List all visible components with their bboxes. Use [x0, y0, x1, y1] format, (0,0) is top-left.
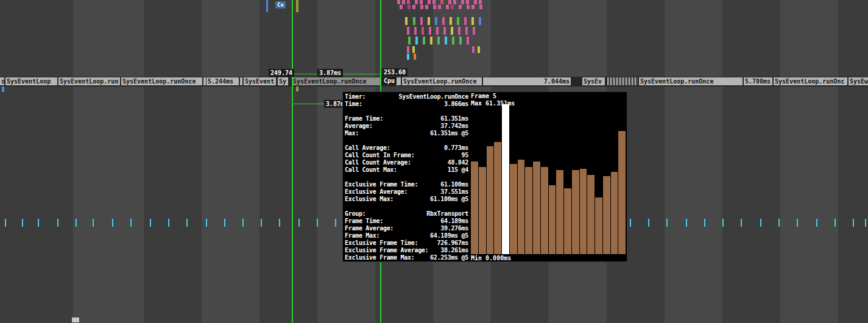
timeline-segment[interactable]: SysEventLoop.run — [58, 77, 120, 85]
timeline-segment[interactable]: SysEventLoop.runOnce — [402, 77, 482, 85]
event-tick[interactable] — [317, 219, 318, 227]
timeline-segment[interactable]: Sy — [278, 77, 288, 85]
event-tick[interactable] — [224, 219, 225, 227]
timeline-segment[interactable]: SysEw — [849, 77, 868, 85]
event-tick[interactable] — [76, 219, 77, 227]
panel-row-label: Call Average: — [345, 144, 390, 152]
event-tick[interactable] — [206, 219, 207, 227]
timeline-segment[interactable]: s — [0, 77, 4, 85]
histogram-bar[interactable] — [618, 131, 626, 254]
timeline-segment[interactable]: 7.044ms — [483, 77, 571, 85]
event-tick[interactable] — [22, 219, 23, 227]
event-label-badge[interactable]: Co — [275, 1, 286, 9]
event-tick[interactable] — [722, 219, 724, 227]
histogram-bar-selected[interactable] — [502, 104, 509, 254]
event-tick[interactable] — [261, 219, 262, 227]
frame-histogram-graph: Frame 5 Max 61.351ms Min 0.000ms — [470, 92, 627, 261]
histogram-bar[interactable] — [510, 164, 517, 254]
panel-row-label: Frame Max: — [345, 232, 379, 240]
histogram-bar[interactable] — [479, 167, 486, 254]
marker-left-time-label: 249.74 — [269, 69, 294, 77]
histogram-bar[interactable] — [580, 169, 587, 254]
histogram-bar[interactable] — [549, 185, 556, 254]
timeline-segment[interactable] — [240, 77, 242, 85]
event-tick[interactable] — [93, 219, 94, 227]
histogram-bar[interactable] — [572, 170, 579, 254]
timeline-segment[interactable] — [396, 77, 401, 85]
event-tick[interactable] — [704, 219, 705, 227]
event-tick[interactable] — [797, 219, 798, 227]
event-tick[interactable] — [853, 219, 854, 227]
event-tick[interactable] — [335, 219, 336, 227]
timeline-segment[interactable]: SysEvent — [244, 77, 276, 85]
timeline-segment[interactable] — [607, 77, 638, 85]
panel-row: Max:61.351ms @5 — [345, 130, 468, 137]
timeline-segment[interactable]: SysEventLoop.runOnce — [639, 77, 743, 85]
panel-row-value: 61.351ms @5 — [430, 130, 468, 137]
panel-row-label: Call Count Average: — [345, 159, 411, 166]
measure-line-secondary — [294, 104, 324, 104]
measure-span-label: 3.87ms — [317, 69, 343, 77]
histogram-bar[interactable] — [587, 175, 595, 254]
panel-row: Average:37.742ms — [345, 122, 468, 130]
histogram-bar[interactable] — [533, 162, 540, 254]
panel-row: Group:RbxTransport — [345, 210, 468, 218]
histogram-bar[interactable] — [611, 172, 618, 254]
timeline-segment[interactable]: SysEventLoop.runOnce — [292, 77, 380, 85]
panel-row-value: 61.100ms @5 — [430, 196, 468, 203]
panel-row-value: 37.551ms — [440, 188, 468, 196]
event-tick[interactable] — [778, 219, 780, 227]
histogram-bar[interactable] — [518, 160, 525, 254]
panel-row: Exclusive Average:37.551ms — [345, 188, 468, 196]
event-tick[interactable] — [38, 219, 39, 227]
panel-row-label: Average: — [345, 122, 373, 130]
event-tick[interactable] — [666, 219, 668, 227]
selection-marker-left[interactable] — [292, 0, 293, 323]
event-tick[interactable] — [130, 219, 132, 227]
panel-row-label: Call Count Max: — [345, 166, 397, 174]
histogram-bar[interactable] — [541, 167, 548, 254]
histogram-bar[interactable] — [471, 162, 478, 254]
event-tick[interactable] — [150, 219, 151, 227]
event-tick[interactable] — [168, 219, 169, 227]
event-tick[interactable] — [186, 219, 188, 227]
timer-tooltip-panel: Timer:SysEventLoop.runOnceTime:3.866msFr… — [342, 91, 627, 262]
histogram-bar[interactable] — [595, 197, 602, 254]
panel-row-value: 95 — [462, 152, 468, 159]
panel-row-label: Exclusive Max: — [345, 196, 393, 203]
timeline-segment[interactable]: SysEventLoop.runOnc — [774, 77, 847, 85]
event-tick[interactable] — [630, 219, 631, 227]
histogram-bar[interactable] — [494, 142, 501, 254]
timeline-segment[interactable]: SysEventLoop — [5, 77, 57, 85]
panel-row-label: Frame Time: — [345, 115, 383, 122]
timeline-segment[interactable]: 5.244ms — [206, 77, 239, 85]
timeline-segment[interactable]: SysEventLoop.runOnce — [121, 77, 202, 85]
histogram-min-label: Min 0.000ms — [471, 255, 511, 261]
panel-row: Exclusive Frame Average:38.261ms — [345, 247, 468, 254]
event-tick[interactable] — [279, 219, 280, 227]
event-tick[interactable] — [834, 219, 836, 227]
timeline-segment[interactable] — [203, 77, 206, 85]
panel-row-label: Group: — [345, 210, 365, 218]
event-tick[interactable] — [865, 219, 866, 227]
panel-row-value: 726.967ms — [437, 240, 469, 247]
event-tick[interactable] — [298, 219, 300, 227]
histogram-bar[interactable] — [603, 176, 610, 254]
histogram-bar[interactable] — [487, 146, 494, 254]
timeline-segment[interactable]: SysEv — [582, 77, 605, 85]
histogram-bar[interactable] — [556, 170, 563, 254]
event-tick[interactable] — [686, 219, 687, 227]
event-tick[interactable] — [648, 219, 649, 227]
event-tick[interactable] — [741, 219, 742, 227]
event-tick[interactable] — [760, 219, 761, 227]
histogram-bar[interactable] — [525, 167, 532, 254]
event-tick[interactable] — [57, 219, 58, 227]
event-tick[interactable] — [5, 219, 6, 227]
histogram-bar[interactable] — [564, 188, 571, 254]
panel-row-value: 39.276ms — [440, 225, 468, 232]
panel-row — [345, 137, 468, 144]
event-tick[interactable] — [112, 219, 113, 227]
event-tick[interactable] — [816, 219, 817, 227]
event-tick[interactable] — [242, 219, 244, 227]
timeline-segment[interactable]: 5.780ms — [744, 77, 772, 85]
